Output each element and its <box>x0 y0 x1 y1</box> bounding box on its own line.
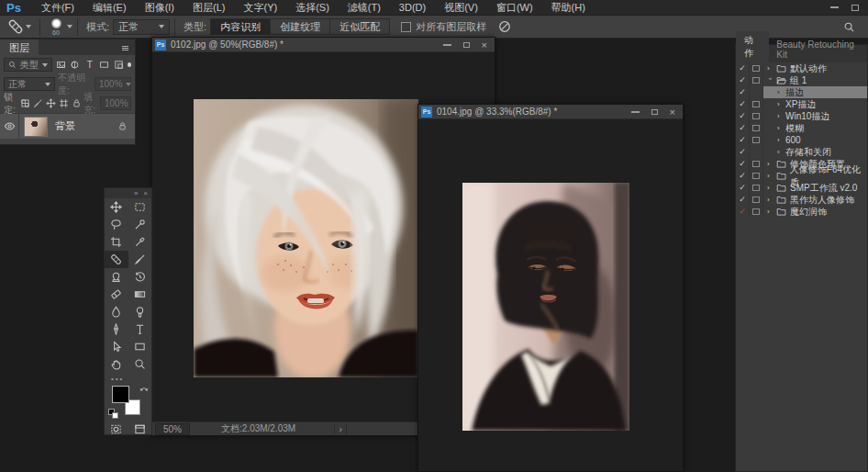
expand-arrow-icon[interactable]: › <box>777 148 783 156</box>
menu-select[interactable]: 选择(S) <box>286 0 339 16</box>
foreground-color-swatch[interactable] <box>112 386 129 403</box>
expand-arrow-icon[interactable]: › <box>777 124 783 132</box>
window-close-button[interactable]: × <box>670 107 675 117</box>
menu-filter[interactable]: 滤镜(T) <box>339 0 390 16</box>
chevron-down-icon[interactable] <box>67 25 72 28</box>
action-row[interactable]: ✓ › 存储和关闭 <box>736 146 867 158</box>
action-set-row[interactable]: ✓ › 魔幻润饰 <box>736 206 867 218</box>
menu-view[interactable]: 视图(V) <box>435 0 487 16</box>
airbrush-icon[interactable] <box>497 19 512 34</box>
dialog-toggle[interactable] <box>750 62 763 74</box>
lock-transparency-button[interactable] <box>20 98 30 108</box>
smart-object-filter-button[interactable] <box>113 58 125 72</box>
action-row[interactable]: ✓ › 模糊 <box>736 122 867 134</box>
clone-stamp-tool[interactable] <box>105 268 128 286</box>
status-expand-button[interactable]: › <box>334 424 347 434</box>
dialog-toggle[interactable] <box>750 134 763 146</box>
type-proximity-match-button[interactable]: 近似匹配 <box>330 19 389 34</box>
action-set-row[interactable]: ✓ › SMP工作流 v2.0 <box>736 182 867 194</box>
menu-edit[interactable]: 编辑(E) <box>83 0 136 16</box>
menu-image[interactable]: 图像(I) <box>136 0 184 16</box>
tool-palette-header[interactable]: » × <box>105 188 151 198</box>
expand-arrow-icon[interactable]: › <box>777 88 783 96</box>
document-title-bar[interactable]: Ps 0104.jpg @ 33.3%(RGB/8#) * × <box>418 105 683 119</box>
path-selection-tool[interactable] <box>105 338 128 355</box>
dialog-toggle[interactable] <box>750 122 763 134</box>
sample-all-layers-checkbox[interactable] <box>401 22 411 32</box>
dodge-tool[interactable] <box>128 303 152 320</box>
expand-arrow-icon[interactable]: › <box>777 100 783 108</box>
expand-arrow-icon[interactable]: › <box>767 184 773 192</box>
menu-window[interactable]: 窗口(W) <box>487 0 542 16</box>
quick-selection-tool[interactable] <box>128 216 152 233</box>
menu-3d[interactable]: 3D(D) <box>390 0 435 16</box>
document-title-bar[interactable]: Ps 0102.jpg @ 50%(RGB/8#) * × <box>152 38 495 52</box>
expand-arrow-icon[interactable]: › <box>767 64 773 73</box>
action-check-toggle-red[interactable]: ✓ <box>736 206 750 218</box>
dialog-toggle[interactable] <box>750 110 763 122</box>
expand-arrow-icon[interactable]: › <box>767 196 773 204</box>
eraser-tool[interactable] <box>105 286 128 303</box>
edit-toolbar-button[interactable]: ••• <box>105 373 151 384</box>
tab-layers[interactable]: 图层 <box>0 39 39 55</box>
crop-tool[interactable] <box>105 233 128 251</box>
quick-mask-button[interactable] <box>110 423 122 435</box>
action-row[interactable]: ✓ › 600 <box>736 134 867 146</box>
type-tool[interactable] <box>128 320 152 338</box>
window-minimize-button[interactable] <box>631 111 640 113</box>
tab-actions[interactable]: 动作 <box>736 31 769 62</box>
menu-layer[interactable]: 图层(L) <box>184 0 234 16</box>
action-check-toggle[interactable]: ✓ <box>736 86 750 98</box>
brush-preset-picker[interactable]: 60 <box>45 18 67 36</box>
dialog-toggle[interactable] <box>750 74 763 86</box>
dialog-toggle[interactable] <box>750 194 763 206</box>
fill-select[interactable]: 100% <box>100 96 131 110</box>
menu-help[interactable]: 帮助(H) <box>542 0 595 16</box>
tool-preset-picker[interactable] <box>0 18 35 35</box>
pen-tool[interactable] <box>105 320 128 338</box>
action-row-selected[interactable]: ✓ › 描边 <box>736 86 867 98</box>
dialog-toggle[interactable] <box>750 206 763 218</box>
dialog-toggle[interactable] <box>750 86 763 98</box>
lock-artboard-button[interactable] <box>59 98 69 108</box>
expand-arrow-icon[interactable]: › <box>777 136 783 144</box>
canvas-image-0104[interactable] <box>462 183 629 431</box>
eyedropper-tool[interactable] <box>128 233 152 251</box>
background-layer-row[interactable]: 背景 <box>0 113 135 139</box>
lock-all-button[interactable] <box>72 98 82 108</box>
action-check-toggle[interactable]: ✓ <box>736 134 750 146</box>
menu-file[interactable]: 文件(F) <box>32 0 83 16</box>
blend-mode-select[interactable]: 正常 <box>113 19 170 35</box>
gradient-tool[interactable] <box>128 286 152 303</box>
action-set-row[interactable]: ✓ › 默认动作 <box>736 62 867 74</box>
action-check-toggle[interactable]: ✓ <box>736 110 750 122</box>
brush-tool[interactable] <box>128 251 152 268</box>
blur-tool[interactable] <box>105 303 128 320</box>
type-content-aware-button[interactable]: 内容识别 <box>211 19 271 34</box>
layer-thumbnail[interactable] <box>24 117 48 137</box>
action-set-row[interactable]: ✓ › 人像修饰F64优化质 <box>736 170 867 182</box>
shape-filter-button[interactable] <box>98 58 110 72</box>
canvas-image-0102[interactable] <box>194 99 418 377</box>
dialog-toggle[interactable] <box>750 170 763 182</box>
expand-arrow-icon[interactable]: › <box>767 160 773 168</box>
window-close-button[interactable]: × <box>482 40 487 50</box>
action-check-toggle[interactable]: ✓ <box>736 146 750 158</box>
pixel-filter-button[interactable] <box>55 58 67 72</box>
action-row[interactable]: ✓ › XP描边 <box>736 98 867 110</box>
action-check-toggle[interactable]: ✓ <box>736 170 750 182</box>
expand-arrow-icon[interactable]: › <box>767 172 773 180</box>
tab-beauty-retouching-kit[interactable]: Beauty Retouching Kit <box>769 37 867 62</box>
expand-arrow-icon[interactable]: › <box>767 208 773 216</box>
filter-toggle-icon[interactable] <box>128 62 131 67</box>
dialog-toggle[interactable] <box>750 146 763 158</box>
app-restore-button[interactable] <box>851 5 859 11</box>
hand-tool[interactable] <box>105 355 128 373</box>
move-tool[interactable] <box>105 198 128 216</box>
lock-position-button[interactable] <box>46 98 56 108</box>
action-check-toggle[interactable]: ✓ <box>736 194 750 206</box>
expand-arrow-icon[interactable]: › <box>777 112 783 120</box>
adjustment-filter-button[interactable] <box>70 58 82 72</box>
action-check-toggle[interactable]: ✓ <box>736 98 750 110</box>
action-check-toggle[interactable]: ✓ <box>736 74 750 86</box>
